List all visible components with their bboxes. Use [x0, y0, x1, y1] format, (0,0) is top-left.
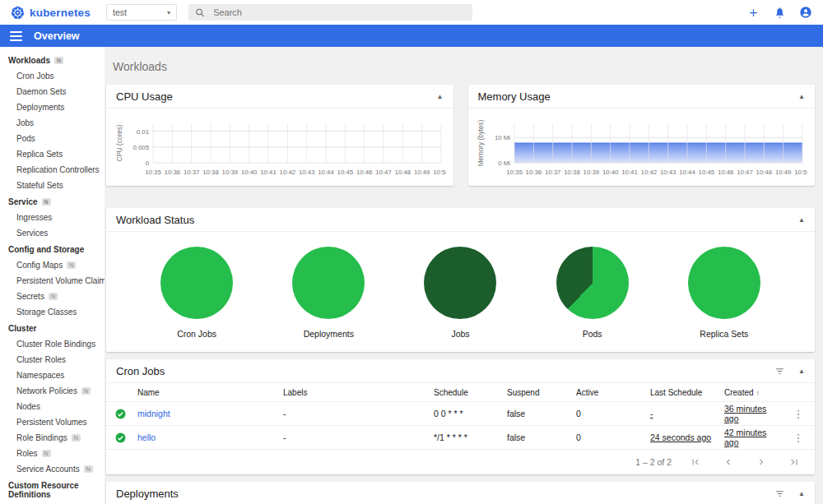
prev-page-icon[interactable] — [723, 456, 734, 468]
namespaced-badge: N — [42, 198, 51, 206]
workload-status-pies: Cron Jobs Deployments Jobs Pods Replica … — [106, 232, 815, 352]
sidebar-item-service-accounts[interactable]: Service AccountsN — [0, 461, 105, 477]
cron-job-labels: - — [283, 407, 434, 420]
namespace-selector[interactable]: test ▾ — [106, 4, 177, 21]
sidebar-item-persistent-volumes[interactable]: Persistent Volumes — [0, 414, 105, 430]
column-header[interactable]: Created↑ — [724, 386, 785, 399]
workload-pie-cron-jobs: Cron Jobs — [160, 247, 233, 339]
row-actions-kebab-icon[interactable]: ⋮ — [785, 431, 815, 445]
sidebar-item-persistent-volume-claims[interactable]: Persistent Volume ClaimsN — [0, 273, 105, 289]
svg-text:10:36: 10:36 — [526, 169, 542, 176]
collapse-caret-icon[interactable]: ▲ — [798, 93, 805, 100]
deployments-title: Deployments — [116, 488, 179, 500]
pie-label: Pods — [583, 329, 602, 339]
search-input[interactable] — [213, 7, 466, 17]
sidebar-section-cluster: Cluster — [0, 320, 105, 336]
pie-chart — [292, 247, 365, 319]
svg-text:10:45: 10:45 — [699, 169, 715, 176]
sidebar-item-nodes[interactable]: Nodes — [0, 399, 105, 414]
sidebar-item-services[interactable]: Services — [0, 225, 105, 241]
column-header[interactable]: Labels — [283, 386, 434, 399]
sidebar-item-cron-jobs[interactable]: Cron Jobs — [0, 68, 105, 84]
sidebar-item-config-maps[interactable]: Config MapsN — [0, 257, 105, 273]
kubernetes-logo: kubernetes — [10, 5, 105, 21]
cron-job-name[interactable]: hello — [137, 431, 283, 444]
sidebar-item-network-policies[interactable]: Network PoliciesN — [0, 383, 105, 399]
workload-pie-pods: Pods — [556, 247, 629, 339]
cron-job-row: hello - */1 * * * * false 0 24 seconds a… — [106, 426, 815, 450]
sidebar-item-pods[interactable]: Pods — [0, 131, 105, 146]
svg-text:10:39: 10:39 — [221, 169, 238, 176]
cron-jobs-title: Cron Jobs — [116, 365, 165, 377]
svg-text:10:42: 10:42 — [279, 169, 295, 176]
filter-icon[interactable] — [774, 366, 785, 377]
workload-pie-replica-sets: Replica Sets — [688, 247, 760, 339]
sidebar-item-replication-controllers[interactable]: Replication Controllers — [0, 162, 105, 178]
svg-text:10:46: 10:46 — [718, 169, 734, 176]
sidebar-item-cluster-role-bindings[interactable]: Cluster Role Bindings — [0, 336, 105, 352]
svg-text:0.005: 0.005 — [133, 144, 149, 151]
column-header[interactable]: Last Schedule — [650, 386, 724, 399]
collapse-caret-icon[interactable]: ▲ — [437, 93, 444, 100]
toolbar-title: Overview — [34, 30, 80, 42]
cpu-usage-chart: 10:3510:3610:3710:3810:3910:4010:4110:42… — [114, 112, 446, 184]
sidebar-item-secrets[interactable]: SecretsN — [0, 289, 105, 304]
collapse-caret-icon[interactable]: ▲ — [798, 216, 805, 224]
svg-text:10:43: 10:43 — [660, 169, 677, 176]
svg-text:0.01: 0.01 — [137, 128, 149, 136]
svg-text:10:41: 10:41 — [260, 169, 277, 176]
pagination-range: 1 – 2 of 2 — [635, 457, 672, 467]
deployments-card: Deployments ▲ NameLabelsPodsCreated↑Imag… — [106, 482, 815, 504]
first-page-icon[interactable] — [690, 456, 701, 468]
sidebar-section-workloads: WorkloadsN — [0, 52, 105, 68]
sidebar-item-role-bindings[interactable]: Role BindingsN — [0, 430, 105, 446]
filter-icon[interactable] — [774, 488, 785, 499]
svg-text:10:39: 10:39 — [584, 169, 600, 176]
page-title: Workloads — [113, 60, 815, 73]
pie-label: Jobs — [451, 329, 469, 339]
sidebar-item-deployments[interactable]: Deployments — [0, 99, 105, 115]
sidebar-item-daemon-sets[interactable]: Daemon Sets — [0, 84, 105, 99]
column-header[interactable]: Active — [576, 386, 650, 399]
sidebar-item-replica-sets[interactable]: Replica Sets — [0, 146, 105, 162]
menu-hamburger-icon[interactable] — [10, 31, 22, 41]
pie-label: Cron Jobs — [177, 329, 216, 339]
row-actions-kebab-icon[interactable]: ⋮ — [785, 407, 815, 421]
sidebar-item-cluster-roles[interactable]: Cluster Roles — [0, 352, 105, 368]
cron-jobs-card: Cron Jobs ▲ NameLabelsScheduleSuspendAct… — [106, 359, 815, 474]
column-header[interactable]: Schedule — [434, 386, 507, 399]
namespaced-badge: N — [72, 434, 81, 442]
collapse-caret-icon[interactable]: ▲ — [798, 368, 805, 375]
sidebar-item-ingresses[interactable]: Ingresses — [0, 210, 105, 225]
svg-text:10:37: 10:37 — [545, 169, 561, 176]
next-page-icon[interactable] — [756, 456, 767, 468]
search-bar[interactable] — [188, 4, 472, 21]
collapse-caret-icon[interactable]: ▲ — [798, 490, 805, 497]
svg-text:10:49: 10:49 — [414, 169, 430, 176]
cron-job-name[interactable]: midnight — [137, 407, 283, 420]
notifications-bell-icon[interactable] — [772, 5, 787, 20]
cron-job-active: 0 — [576, 407, 650, 420]
svg-text:10:38: 10:38 — [564, 169, 580, 176]
add-resource-button[interactable] — [746, 5, 760, 20]
last-page-icon[interactable] — [788, 456, 800, 468]
cron-job-schedule: */1 * * * * — [434, 431, 507, 444]
svg-text:10:48: 10:48 — [756, 169, 773, 176]
column-header[interactable]: Name — [137, 386, 283, 399]
sidebar-item-namespaces[interactable]: Namespaces — [0, 368, 105, 383]
sidebar-section-service: ServiceN — [0, 193, 105, 210]
sidebar-item-storage-classes[interactable]: Storage Classes — [0, 304, 105, 320]
user-account-icon[interactable] — [798, 5, 813, 20]
cron-jobs-pagination: 1 – 2 of 2 — [106, 450, 815, 474]
sidebar-item-stateful-sets[interactable]: Stateful Sets — [0, 178, 105, 193]
svg-text:0: 0 — [145, 160, 149, 167]
memory-usage-chart: 10:3510:3610:3710:3810:3910:4010:4110:42… — [475, 112, 807, 184]
svg-text:10:50: 10:50 — [433, 169, 446, 176]
cron-job-schedule: 0 0 * * * — [434, 407, 507, 420]
svg-text:0 Mi: 0 Mi — [499, 160, 511, 167]
sidebar-item-jobs[interactable]: Jobs — [0, 115, 105, 131]
sidebar-item-roles[interactable]: RolesN — [0, 446, 105, 461]
svg-text:10:48: 10:48 — [394, 169, 411, 176]
column-header[interactable]: Suspend — [507, 386, 576, 399]
cron-job-labels: - — [283, 431, 434, 444]
